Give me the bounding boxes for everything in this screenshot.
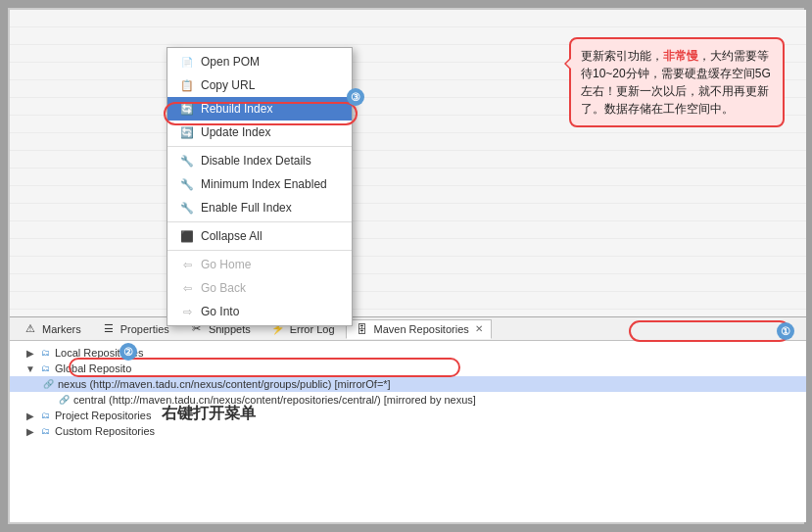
- right-click-label: 右键打开菜单: [162, 404, 256, 424]
- properties-icon: ☰: [101, 321, 117, 337]
- separator-1: [167, 146, 352, 147]
- local-repo-icon: 🗂: [38, 346, 52, 360]
- menu-open-pom[interactable]: 📄 Open POM: [167, 50, 352, 73]
- menu-update-index[interactable]: 🔄 Update Index: [167, 121, 352, 144]
- menu-enable-full-index[interactable]: 🔧 Enable Full Index: [167, 196, 352, 219]
- central-repo-label: central (http://maven.tadu.cn/nexus/cont…: [73, 394, 476, 406]
- global-repo-icon: 🗂: [38, 362, 52, 375]
- expand-custom: ▶: [25, 426, 35, 437]
- expand-local: ▶: [25, 348, 35, 359]
- collapse-icon: ⬛: [179, 228, 195, 244]
- nexus-repo-item[interactable]: 🔗 nexus (http://maven.tadu.cn/nexus/cont…: [10, 376, 806, 392]
- callout-bubble: 更新索引功能，非常慢，大约需要等待10~20分钟，需要硬盘缓存空间5G左右！更新…: [569, 37, 785, 127]
- central-repo-item[interactable]: 🔗 central (http://maven.tadu.cn/nexus/co…: [10, 392, 806, 408]
- tab-properties[interactable]: ☰ Properties: [92, 319, 178, 339]
- project-repo-icon: 🗂: [38, 409, 52, 422]
- pom-icon: 📄: [179, 54, 195, 70]
- into-icon: ⇨: [179, 304, 195, 319]
- close-maven-tab[interactable]: ✕: [475, 323, 483, 334]
- custom-repositories-label: Custom Repositories: [55, 425, 155, 437]
- custom-repositories-item[interactable]: ▶ 🗂 Custom Repositories: [10, 423, 806, 439]
- custom-repo-icon: 🗂: [38, 424, 52, 438]
- menu-go-into[interactable]: ⇨ Go Into: [167, 300, 352, 323]
- copy-icon: 📋: [179, 77, 195, 93]
- expand-project: ▶: [25, 411, 35, 421]
- nexus-repo-label: nexus (http://maven.tadu.cn/nexus/conten…: [58, 378, 391, 390]
- badge-1: ①: [777, 322, 794, 340]
- badge-3: ③: [347, 88, 364, 106]
- markers-icon: ⚠: [23, 321, 38, 337]
- tab-maven-repositories[interactable]: 🗄 Maven Repositories ✕: [346, 319, 492, 339]
- tab-markers[interactable]: ⚠ Markers: [14, 319, 90, 339]
- project-repositories-item[interactable]: ▶ 🗂 Project Repositories: [10, 408, 806, 423]
- tab-bar: ⚠ Markers ☰ Properties ✂ Snippets ⚡ Erro…: [10, 317, 806, 341]
- global-repositories-label: Global Reposito: [55, 363, 131, 374]
- expand-global: ▼: [25, 363, 35, 374]
- menu-copy-url[interactable]: 📋 Copy URL: [167, 73, 352, 97]
- disable-icon: 🔧: [179, 153, 195, 169]
- separator-2: [167, 221, 352, 222]
- update-icon: 🔄: [179, 124, 195, 140]
- main-window: ⚠ Markers ☰ Properties ✂ Snippets ⚡ Erro…: [8, 8, 804, 524]
- project-repositories-label: Project Repositories: [55, 410, 151, 421]
- menu-collapse-all[interactable]: ⬛ Collapse All: [167, 224, 352, 248]
- nexus-repo-icon: 🔗: [41, 377, 55, 391]
- menu-rebuild-index[interactable]: 🔄 Rebuild Index: [167, 97, 352, 121]
- maven-icon: 🗄: [355, 321, 370, 337]
- global-repositories-item[interactable]: ▼ 🗂 Global Reposito: [10, 361, 806, 376]
- tree-panel: ▶ 🗂 Local Repositories ▼ 🗂 Global Reposi…: [10, 341, 806, 519]
- home-icon: ⇦: [179, 257, 195, 272]
- menu-go-home[interactable]: ⇦ Go Home: [167, 253, 352, 276]
- context-menu: 📄 Open POM 📋 Copy URL 🔄 Rebuild Index 🔄 …: [167, 47, 353, 326]
- menu-disable-index[interactable]: 🔧 Disable Index Details: [167, 149, 352, 172]
- enable-icon: 🔧: [179, 200, 195, 216]
- separator-3: [167, 250, 352, 251]
- menu-minimum-index[interactable]: 🔧 Minimum Index Enabled: [167, 172, 352, 196]
- menu-go-back[interactable]: ⇦ Go Back: [167, 276, 352, 300]
- back-icon: ⇦: [179, 280, 195, 296]
- rebuild-icon: 🔄: [179, 101, 195, 117]
- badge-2: ②: [119, 343, 137, 361]
- central-repo-icon: 🔗: [57, 393, 71, 407]
- minimum-icon: 🔧: [179, 176, 195, 192]
- callout-highlight: 非常慢: [663, 49, 698, 63]
